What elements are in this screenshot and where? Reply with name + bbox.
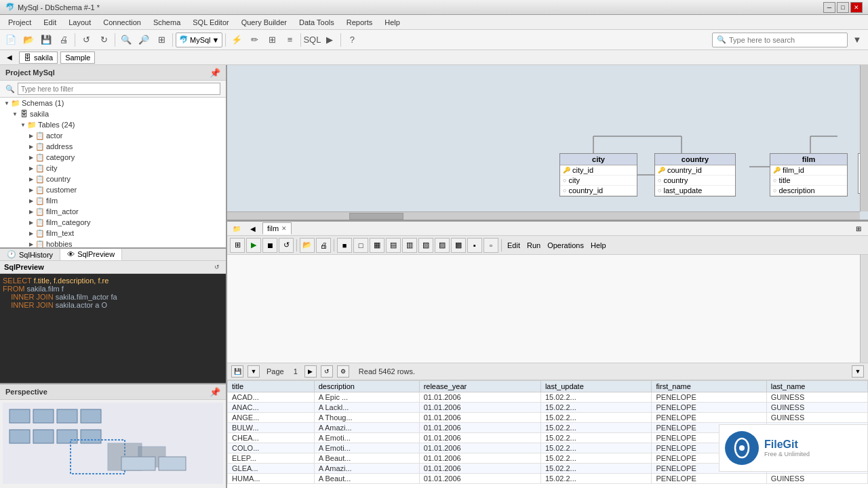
tab-film[interactable]: film ✕ [262,222,292,235]
tree-hobbies-toggle[interactable]: ▶ [27,240,35,247]
tree-table-film-actor[interactable]: ▶ 📋 film_actor [0,206,226,217]
table-button[interactable]: ⊞ [264,32,280,48]
tab-sample[interactable]: Sample [60,52,95,64]
menu-query-builder[interactable]: Query Builder [236,17,292,28]
menu-sql-editor[interactable]: SQL Editor [187,17,234,28]
qb-refresh-button[interactable]: ↺ [279,238,294,253]
qb-stop-button[interactable]: ⏹ [262,238,277,253]
tree-schemas-toggle[interactable]: ▼ [3,99,11,107]
filter-input[interactable] [18,83,220,95]
tree-address-toggle[interactable]: ▶ [27,142,35,150]
tree-film-actor-toggle[interactable]: ▶ [27,207,35,216]
tree-table-country[interactable]: ▶ 📋 country [0,174,226,184]
tree-table-film-text[interactable]: ▶ 📋 film_text [0,228,226,239]
zoom-out-button[interactable]: 🔍 [118,32,134,48]
qb-play-button[interactable]: ▶ [246,238,261,253]
maximize-button[interactable]: □ [837,2,849,13]
schema-vscrollbar[interactable] [860,65,868,211]
run-sql-button[interactable]: ▶ [321,32,338,48]
tree-category-toggle[interactable]: ▶ [27,153,35,161]
search-box[interactable]: 🔍 [712,33,848,47]
col-last-name[interactable]: last_name [766,381,867,392]
menu-reports[interactable]: Reports [341,17,378,28]
qb-grid-button[interactable]: ⊞ [230,238,245,253]
qb-canvas[interactable]: film f film_id title description release… [227,255,868,363]
zoom-in-button[interactable]: 🔎 [136,32,152,48]
schema-scroll[interactable]: city 🔑 city_id ○ city ○ country_id [227,65,868,220]
qb-expand-button[interactable]: ⊞ [852,222,865,235]
tree-table-film-category[interactable]: ▶ 📋 film_category [0,217,226,228]
page-down-button[interactable]: ▼ [248,365,260,378]
tab-sql-history[interactable]: 🕐 SqlHistory [0,249,60,260]
qb-btn-c[interactable]: ▦ [370,238,384,253]
print-button[interactable]: 🖨 [56,32,72,48]
help-button[interactable]: ? [344,32,360,48]
col-last-update[interactable]: last_update [540,381,652,392]
schema-hscroll-thumb[interactable] [349,213,403,220]
tree-film-text-toggle[interactable]: ▶ [27,229,35,237]
qb-btn-d[interactable]: ▤ [386,238,401,253]
grid-expand-button[interactable]: ▼ [852,365,864,378]
tree-table-film[interactable]: ▶ 📋 film [0,195,226,206]
redo-button[interactable]: ↻ [96,32,112,48]
qb-vscrollbar[interactable] [860,255,868,363]
tree-table-address[interactable]: ▶ 📋 address [0,141,226,152]
qb-btn-a[interactable]: ■ [337,238,352,253]
tree-country-toggle[interactable]: ▶ [27,175,35,183]
col-description[interactable]: description [314,381,419,392]
film-tab-close[interactable]: ✕ [281,225,287,232]
tree-schemas-root[interactable]: ▼ 📁 Schemas (1) [0,98,226,108]
sql-button[interactable]: SQL [304,32,320,48]
sql-preview-refresh[interactable]: ↺ [212,262,222,272]
tree-filter[interactable]: 🔍 [0,81,226,98]
save-button[interactable]: 💾 [38,32,54,48]
new-button[interactable]: 📄 [3,32,19,48]
tree-film-toggle[interactable]: ▶ [27,197,35,205]
qb-btn-i[interactable]: ▪ [467,238,482,253]
menu-connection[interactable]: Connection [98,17,146,28]
tree-customer-toggle[interactable]: ▶ [27,186,35,194]
menu-edit[interactable]: Edit [38,17,62,28]
tree-tables-toggle[interactable]: ▼ [19,121,27,129]
perspective-pin-button[interactable]: 📌 [210,386,220,397]
col-title[interactable]: title [228,381,315,392]
search-options-button[interactable]: ▼ [849,32,865,48]
tree-table-actor[interactable]: ▶ 📋 actor [0,130,226,141]
schema-city-table[interactable]: city 🔑 city_id ○ city ○ country_id [559,153,637,197]
page-options-button[interactable]: ⚙ [337,365,349,378]
open-button[interactable]: 📂 [20,32,37,48]
menu-layout[interactable]: Layout [63,17,96,28]
schema-film-table[interactable]: film 🔑 film_id ○ title ○ description [770,153,848,197]
col-first-name[interactable]: first_name [652,381,766,392]
minimize-button[interactable]: ─ [823,2,835,13]
qb-print-button[interactable]: 🖨 [316,238,331,253]
close-button[interactable]: ✕ [850,2,863,13]
perspective-canvas[interactable] [3,403,223,484]
menu-data-tools[interactable]: Data Tools [294,17,340,28]
tree-table-hobbies[interactable]: ▶ 📋 hobbies [0,239,226,247]
col-release-year[interactable]: release_year [419,381,540,392]
query-button[interactable]: ≡ [281,32,298,48]
qb-back-button[interactable]: ◀ [246,222,260,235]
qb-btn-h[interactable]: ▩ [451,238,466,253]
qb-btn-j[interactable]: ▫ [484,238,498,253]
tree-tables[interactable]: ▼ 📁 Tables (24) [0,119,226,130]
page-next-button[interactable]: ▶ [304,365,317,378]
tree-sakila[interactable]: ▼ 🗄 sakila [0,108,226,119]
tree-city-toggle[interactable]: ▶ [27,164,35,172]
connect-button[interactable]: ⚡ [229,32,245,48]
qb-open-button[interactable]: 📂 [300,238,315,253]
menu-schema[interactable]: Schema [148,17,186,28]
schema-hscrollbar[interactable] [227,211,860,220]
tree-table-city[interactable]: ▶ 📋 city [0,163,226,174]
db-dropdown[interactable]: 🐬 MySql ▼ [176,33,222,47]
tree-table-customer[interactable]: ▶ 📋 customer [0,184,226,195]
qb-btn-e[interactable]: ▥ [402,238,417,253]
zoom-fit-button[interactable]: ⊞ [153,32,170,48]
qb-folder-button[interactable]: 📁 [230,222,243,235]
tree-actor-toggle[interactable]: ▶ [27,131,35,140]
edit-button[interactable]: ✏ [246,32,262,48]
tree-film-category-toggle[interactable]: ▶ [27,218,35,226]
save-result-button[interactable]: 💾 [231,365,243,378]
qb-btn-b[interactable]: □ [353,238,368,253]
